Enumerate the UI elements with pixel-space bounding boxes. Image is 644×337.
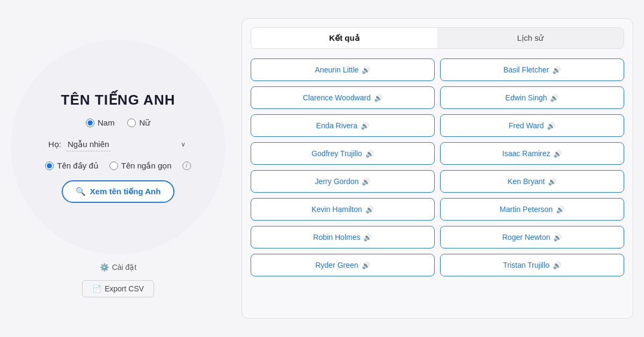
sound-icon: 🔊 [548, 178, 557, 186]
name-type-full-radio[interactable] [45, 162, 54, 170]
name-button[interactable]: Kevin Hamilton🔊 [251, 198, 435, 221]
export-button[interactable]: 📄 Export CSV [82, 280, 154, 297]
name-button[interactable]: Isaac Ramirez🔊 [440, 142, 624, 165]
name-text: Isaac Ramirez [502, 149, 550, 158]
surname-row: Họ: Ngẫu nhiên [48, 137, 188, 151]
gender-female-label[interactable]: Nữ [127, 118, 150, 128]
sound-icon: 🔊 [553, 261, 561, 269]
name-button[interactable]: Ken Bryant🔊 [440, 170, 624, 193]
name-button[interactable]: Enda Rivera🔊 [251, 114, 435, 137]
left-panel: TÊN TIẾNG ANH Nam Nữ Họ: Ngẫu nhiên [11, 40, 225, 297]
export-button-label: Export CSV [105, 284, 144, 293]
name-type-row: Tên đầy đủ Tên ngắn gọn i [45, 161, 191, 171]
name-text: Robin Holmes [313, 233, 361, 241]
name-text: Clarence Woodward [303, 93, 371, 102]
name-text: Enda Rivera [316, 121, 357, 130]
name-button[interactable]: Godfrey Trujillo🔊 [251, 142, 435, 165]
name-button[interactable]: Robin Holmes🔊 [251, 226, 435, 248]
name-text: Ryder Green [315, 261, 358, 269]
name-text: Martin Peterson [500, 205, 553, 214]
name-button[interactable]: Edwin Singh🔊 [440, 86, 624, 109]
sound-icon: 🔊 [556, 206, 565, 214]
name-text: Jerry Gordon [315, 177, 359, 186]
search-icon: 🔍 [76, 187, 86, 196]
sound-icon: 🔊 [362, 178, 370, 186]
name-button[interactable]: Aneurin Little🔊 [251, 58, 435, 81]
gear-icon: ⚙️ [100, 263, 109, 272]
search-button-label: Xem tên tiếng Anh [90, 187, 161, 196]
name-text: Basil Fletcher [503, 65, 549, 74]
app-title: TÊN TIẾNG ANH [61, 92, 175, 108]
name-button[interactable]: Basil Fletcher🔊 [440, 58, 624, 81]
sound-icon: 🔊 [553, 233, 562, 241]
name-type-full-text: Tên đầy đủ [57, 161, 98, 171]
names-grid: Aneurin Little🔊Basil Fletcher🔊Clarence W… [251, 58, 624, 276]
name-type-short-text: Tên ngắn gọn [121, 161, 172, 171]
name-text: Fred Ward [509, 121, 544, 130]
name-text: Roger Newton [502, 233, 551, 241]
gender-male-text: Nam [98, 118, 115, 127]
gender-male-label[interactable]: Nam [86, 118, 115, 127]
gender-female-radio[interactable] [127, 119, 136, 127]
tab-results[interactable]: Kết quả [251, 28, 437, 48]
tab-history[interactable]: Lịch sử [437, 28, 624, 48]
name-button[interactable]: Clarence Woodward🔊 [251, 86, 435, 109]
name-button[interactable]: Roger Newton🔊 [440, 226, 624, 248]
sound-icon: 🔊 [362, 261, 370, 269]
info-icon[interactable]: i [182, 162, 191, 170]
search-button[interactable]: 🔍 Xem tên tiếng Anh [62, 180, 175, 203]
name-text: Edwin Singh [506, 93, 547, 102]
sound-icon: 🔊 [361, 122, 369, 130]
name-button[interactable]: Fred Ward🔊 [440, 114, 624, 137]
settings-button[interactable]: ⚙️ Cài đặt [100, 263, 137, 272]
gender-male-radio[interactable] [86, 119, 94, 127]
surname-select[interactable]: Ngẫu nhiên [67, 137, 111, 151]
right-panel: Kết quả Lịch sử Aneurin Little🔊Basil Fle… [241, 18, 633, 319]
sound-icon: 🔊 [363, 233, 372, 241]
settings-button-label: Cài đặt [112, 263, 137, 272]
sound-icon: 🔊 [552, 66, 561, 74]
name-type-short-label[interactable]: Tên ngắn gọn [109, 161, 172, 171]
file-icon: 📄 [92, 284, 101, 293]
sound-icon: 🔊 [550, 94, 559, 102]
name-text: Ken Bryant [508, 177, 545, 186]
surname-label: Họ: [48, 140, 61, 149]
sound-icon: 🔊 [365, 206, 374, 214]
tabs-row: Kết quả Lịch sử [251, 27, 624, 49]
name-type-short-radio[interactable] [109, 162, 118, 170]
name-text: Tristan Trujillo [503, 261, 550, 269]
surname-select-wrapper: Ngẫu nhiên [67, 137, 188, 151]
gender-female-text: Nữ [139, 118, 150, 128]
sound-icon: 🔊 [553, 150, 562, 158]
circle-card: TÊN TIẾNG ANH Nam Nữ Họ: Ngẫu nhiên [11, 40, 225, 254]
sound-icon: 🔊 [365, 150, 374, 158]
main-container: TÊN TIẾNG ANH Nam Nữ Họ: Ngẫu nhiên [11, 18, 633, 319]
name-text: Kevin Hamilton [311, 205, 362, 214]
name-button[interactable]: Martin Peterson🔊 [440, 198, 624, 221]
sound-icon: 🔊 [362, 66, 370, 74]
name-button[interactable]: Tristan Trujillo🔊 [440, 254, 624, 276]
name-text: Aneurin Little [315, 65, 359, 74]
name-button[interactable]: Jerry Gordon🔊 [251, 170, 435, 193]
sound-icon: 🔊 [374, 94, 383, 102]
gender-row: Nam Nữ [86, 118, 151, 128]
name-button[interactable]: Ryder Green🔊 [251, 254, 435, 276]
name-text: Godfrey Trujillo [311, 149, 362, 158]
sound-icon: 🔊 [547, 122, 555, 130]
name-type-full-label[interactable]: Tên đầy đủ [45, 161, 98, 171]
